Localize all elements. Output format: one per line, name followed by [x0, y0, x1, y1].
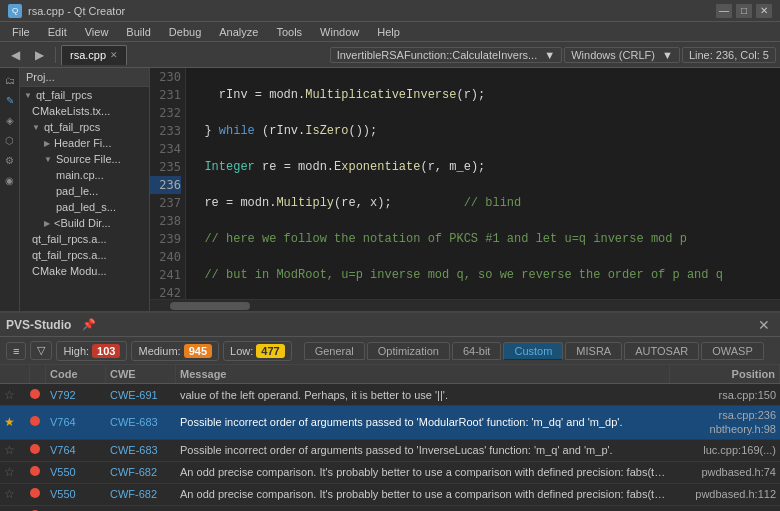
design-icon[interactable]: ◈	[2, 112, 18, 128]
code-content[interactable]: rInv = modn.MultiplicativeInverse(r); } …	[186, 68, 780, 299]
table-row[interactable]: ☆ V792 CWE-691 value of the left operand…	[0, 384, 780, 406]
col-header-position[interactable]: Position	[670, 365, 780, 383]
sidebar-item-qtfail2[interactable]: qt_fail_rpcs.a...	[20, 231, 149, 247]
cwe-link[interactable]: CWF-682	[110, 488, 157, 500]
menu-window[interactable]: Window	[312, 24, 367, 40]
row-favorite[interactable]: ★	[0, 413, 30, 431]
pvs-menu-button[interactable]: ≡	[6, 342, 26, 360]
row-position[interactable]: luc.cpp:169(...)	[670, 442, 780, 458]
sidebar-header: Proj...	[20, 68, 149, 87]
pvs-high-badge[interactable]: High: 103	[56, 341, 127, 361]
back-button[interactable]: ◀	[4, 45, 26, 65]
file-tab-close[interactable]: ✕	[110, 50, 118, 60]
table-row[interactable]: ★ V764 CWE-683 Possible incorrect order …	[0, 406, 780, 440]
maximize-button[interactable]: □	[736, 4, 752, 18]
code-link[interactable]: V764	[50, 416, 76, 428]
pvs-tab-custom[interactable]: Custom	[503, 342, 563, 360]
menu-build[interactable]: Build	[118, 24, 158, 40]
pvs-medium-badge[interactable]: Medium: 945	[131, 341, 219, 361]
close-button[interactable]: ✕	[756, 4, 772, 18]
row-code[interactable]: V764	[46, 442, 106, 458]
function-selector[interactable]: InvertibleRSAFunction::CalculateInvers..…	[330, 47, 563, 63]
sidebar-item-main[interactable]: main.cp...	[20, 167, 149, 183]
cwe-link[interactable]: CWF-682	[110, 466, 157, 478]
menu-help[interactable]: Help	[369, 24, 408, 40]
build-icon[interactable]: ⚙	[2, 152, 18, 168]
row-position[interactable]: rsa.cpp:150	[670, 387, 780, 403]
table-row[interactable]: ☆ V550 CWF-682 An odd precise comparison…	[0, 506, 780, 511]
code-link[interactable]: V764	[50, 444, 76, 456]
row-favorite[interactable]: ☆	[0, 463, 30, 481]
cwe-link[interactable]: CWE-683	[110, 444, 158, 456]
row-position[interactable]: rsa.cpp:236nbtheory.h:98	[670, 406, 780, 439]
col-header-message[interactable]: Message	[176, 365, 670, 383]
table-row[interactable]: ☆ V550 CWF-682 An odd precise comparison…	[0, 462, 780, 484]
col-header-cwe[interactable]: CWE	[106, 365, 176, 383]
row-cwe[interactable]: CWE-691	[106, 387, 176, 403]
code-link[interactable]: V550	[50, 466, 76, 478]
file-tab-rsa[interactable]: rsa.cpp ✕	[61, 45, 127, 65]
col-header-fav	[0, 365, 30, 383]
pvs-tab-autosar[interactable]: AUTOSAR	[624, 342, 699, 360]
expand-icon: ▶	[44, 219, 50, 228]
code-link[interactable]: V550	[50, 488, 76, 500]
minimize-button[interactable]: —	[716, 4, 732, 18]
row-cwe[interactable]: CWE-683	[106, 414, 176, 430]
pvs-tab-misra[interactable]: MISRA	[565, 342, 622, 360]
pvs-tab-64bit[interactable]: 64-bit	[452, 342, 502, 360]
row-code[interactable]: V764	[46, 414, 106, 430]
pvs-filter-button[interactable]: ▽	[30, 341, 52, 360]
row-favorite[interactable]: ☆	[0, 441, 30, 459]
menu-tools[interactable]: Tools	[268, 24, 310, 40]
edit-icon[interactable]: ✎	[2, 92, 18, 108]
debug-icon[interactable]: ⬡	[2, 132, 18, 148]
sidebar-item-builddir[interactable]: ▶ <Build Dir...	[20, 215, 149, 231]
menu-analyze[interactable]: Analyze	[211, 24, 266, 40]
platform-selector[interactable]: Windows (CRLF) ▼	[564, 47, 680, 63]
horizontal-scrollbar[interactable]	[150, 299, 780, 311]
sidebar-item-header[interactable]: ▶ Header Fi...	[20, 135, 149, 151]
pvs-tab-owasp[interactable]: OWASP	[701, 342, 764, 360]
col-header-code[interactable]: Code	[46, 365, 106, 383]
pvs-tab-general[interactable]: General	[304, 342, 365, 360]
menu-debug[interactable]: Debug	[161, 24, 209, 40]
row-favorite[interactable]: ☆	[0, 386, 30, 404]
menu-file[interactable]: File	[4, 24, 38, 40]
pvs-low-badge[interactable]: Low: 477	[223, 341, 292, 361]
expand-icon: ▼	[44, 155, 52, 164]
project-icon[interactable]: 🗂	[2, 72, 18, 88]
sidebar-item-source[interactable]: ▼ Source File...	[20, 151, 149, 167]
menu-edit[interactable]: Edit	[40, 24, 75, 40]
code-editor[interactable]: 230 231 232 233 234 235 236 237 238 239 …	[150, 68, 780, 311]
menu-view[interactable]: View	[77, 24, 117, 40]
row-cwe[interactable]: CWF-682	[106, 464, 176, 480]
row-cwe[interactable]: CWE-683	[106, 442, 176, 458]
pvs-close-button[interactable]: ✕	[754, 318, 774, 332]
sidebar-item-qtfail[interactable]: ▼ qt_fail_rpcs	[20, 119, 149, 135]
sidebar-item-qtfail-root[interactable]: ▼ qt_fail_rpcs	[20, 87, 149, 103]
cwe-link[interactable]: CWE-691	[110, 389, 158, 401]
row-code[interactable]: V550	[46, 464, 106, 480]
analyze-icon[interactable]: ◉	[2, 172, 18, 188]
pvs-tab-optimization[interactable]: Optimization	[367, 342, 450, 360]
row-cwe[interactable]: CWF-682	[106, 486, 176, 502]
forward-button[interactable]: ▶	[28, 45, 50, 65]
row-code[interactable]: V792	[46, 387, 106, 403]
table-row[interactable]: ☆ V550 CWF-682 An odd precise comparison…	[0, 484, 780, 506]
table-row[interactable]: ☆ V764 CWE-683 Possible incorrect order …	[0, 440, 780, 462]
hscroll-thumb[interactable]	[170, 302, 250, 310]
sidebar-item-padle[interactable]: pad_le...	[20, 183, 149, 199]
sidebar-item-padled[interactable]: pad_led_s...	[20, 199, 149, 215]
pvs-pin-button[interactable]: 📌	[77, 316, 101, 333]
cwe-link[interactable]: CWE-683	[110, 416, 158, 428]
sidebar-item-cmakelists[interactable]: CMakeLists.tx...	[20, 103, 149, 119]
sidebar-item-cmake[interactable]: CMake Modu...	[20, 263, 149, 279]
code-link[interactable]: V792	[50, 389, 76, 401]
sidebar-item-qtfail3[interactable]: qt_fail_rpcs.a...	[20, 247, 149, 263]
row-favorite[interactable]: ☆	[0, 485, 30, 503]
row-favorite[interactable]: ☆	[0, 507, 30, 511]
pvs-table[interactable]: Code CWE Message Position ☆ V792 CWE-691…	[0, 365, 780, 511]
row-code[interactable]: V550	[46, 486, 106, 502]
row-position[interactable]: pwdbased.h:112	[670, 486, 780, 502]
row-position[interactable]: pwdbased.h:74	[670, 464, 780, 480]
